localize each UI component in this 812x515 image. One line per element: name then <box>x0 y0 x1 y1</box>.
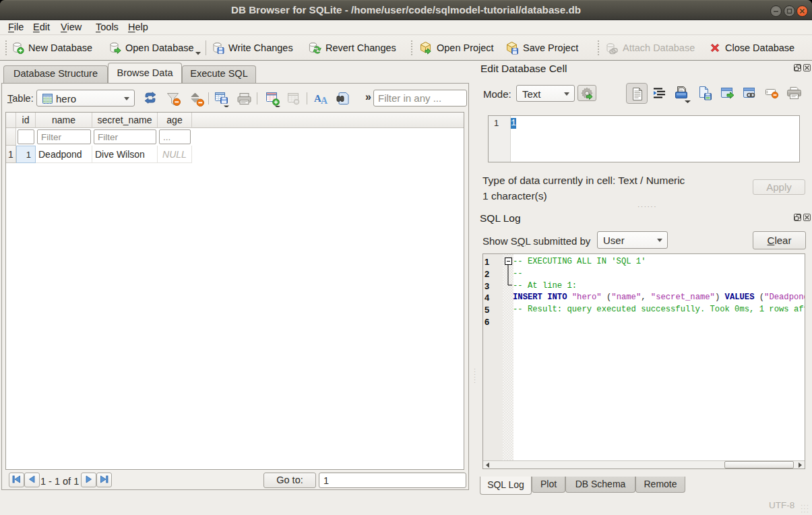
svg-text:A: A <box>321 96 328 105</box>
